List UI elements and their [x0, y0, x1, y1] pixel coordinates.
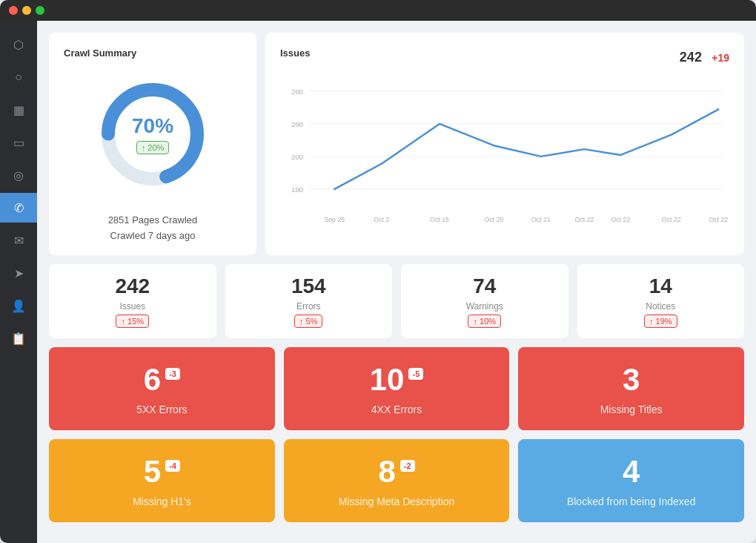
svg-text:Oct 20: Oct 20: [484, 216, 503, 223]
metric-card-meta[interactable]: 8 -2 Missing Meta Description: [284, 439, 510, 522]
sidebar-item-clipboard[interactable]: 📋: [0, 323, 37, 353]
donut-chart: 70% ↑ 20%: [93, 75, 212, 194]
donut-badge: ↑ 20%: [136, 141, 170, 154]
sidebar-item-phone[interactable]: ✆: [0, 193, 37, 223]
4xx-delta: -5: [408, 368, 423, 380]
meta-label: Missing Meta Description: [339, 496, 454, 507]
4xx-label: 4XX Errors: [371, 404, 422, 415]
stat-badge-notices: ↑ 19%: [644, 315, 677, 328]
4xx-number-wrap: 10 -5: [370, 362, 424, 398]
h1-number: 5: [144, 454, 161, 490]
metrics-row-2: 5 -4 Missing H1's 8 -2 Missing Meta Desc…: [49, 439, 744, 522]
sidebar-item-message[interactable]: ▭: [0, 128, 37, 157]
svg-text:200: 200: [291, 88, 304, 96]
clipboard-icon: 📋: [11, 332, 26, 346]
stat-badge-warnings: ↑ 10%: [468, 315, 501, 328]
blocked-number: 4: [623, 454, 640, 490]
svg-text:100: 100: [291, 185, 304, 194]
send-icon: ➤: [14, 266, 24, 280]
close-button[interactable]: [9, 6, 18, 15]
stat-label-errors: Errors: [296, 301, 321, 312]
user-icon: 👤: [11, 299, 26, 313]
issues-header: Issues 242 +19: [280, 47, 729, 68]
h1-label: Missing H1's: [133, 496, 191, 507]
5xx-number: 6: [144, 362, 161, 398]
blocked-number-wrap: 4: [623, 454, 640, 490]
meta-number: 8: [378, 454, 395, 490]
sidebar: ⬡ ○ ▦ ▭ ◎ ✆ ✉ ➤ 👤: [0, 21, 37, 543]
mail-icon: ✉: [14, 234, 24, 248]
metric-card-4xx[interactable]: 10 -5 4XX Errors: [284, 347, 510, 430]
issues-title: Issues: [280, 47, 310, 59]
missing-titles-number: 3: [623, 362, 640, 398]
stat-number-errors: 154: [291, 274, 326, 298]
stat-label-notices: Notices: [646, 301, 675, 312]
metric-card-h1[interactable]: 5 -4 Missing H1's: [49, 439, 275, 522]
target-icon: ◎: [13, 168, 24, 182]
metric-card-5xx[interactable]: 6 -3 5XX Errors: [49, 347, 275, 430]
svg-text:Oct 15: Oct 15: [430, 216, 449, 223]
5xx-label: 5XX Errors: [136, 404, 187, 415]
maximize-button[interactable]: [36, 6, 44, 15]
svg-text:Oct 22: Oct 22: [575, 216, 594, 223]
4xx-number: 10: [370, 362, 405, 398]
search-icon: ○: [15, 70, 22, 84]
chart-icon: ▦: [13, 103, 24, 117]
svg-text:Oct 22: Oct 22: [611, 216, 630, 223]
stats-row: 242 Issues ↑ 15% 154 Errors ↑ 5% 74 Warn…: [49, 264, 744, 338]
stat-badge-issues: ↑ 15%: [116, 315, 149, 328]
svg-text:200: 200: [291, 153, 304, 161]
pages-crawled: 2851 Pages Crawled: [108, 213, 198, 228]
donut-percent: 70%: [132, 114, 173, 138]
sidebar-item-chart[interactable]: ▦: [0, 95, 37, 125]
metric-card-blocked[interactable]: 4 Blocked from being Indexed: [518, 439, 744, 522]
stat-label-issues: Issues: [119, 301, 145, 312]
h1-delta: -4: [165, 460, 180, 472]
meta-number-wrap: 8 -2: [378, 454, 414, 490]
brain-icon: ⬡: [13, 38, 24, 52]
window-frame: ⬡ ○ ▦ ▭ ◎ ✆ ✉ ➤ 👤: [0, 0, 756, 543]
stat-card-issues: 242 Issues ↑ 15%: [49, 264, 216, 338]
sidebar-item-send[interactable]: ➤: [0, 258, 37, 288]
5xx-delta: -3: [165, 368, 180, 380]
missing-titles-label: Missing Titles: [600, 404, 663, 415]
line-chart-svg: 200 200 200 100 Sep 25 Oct 2 Oct 15 Oct …: [280, 75, 729, 231]
metric-card-missing-titles[interactable]: 3 Missing Titles: [518, 347, 744, 430]
blocked-label: Blocked from being Indexed: [567, 496, 696, 507]
svg-text:Oct 21: Oct 21: [531, 216, 551, 223]
sidebar-item-target[interactable]: ◎: [0, 160, 37, 190]
stat-number-notices: 14: [649, 274, 672, 298]
stat-number-warnings: 74: [473, 274, 496, 298]
phone-icon: ✆: [14, 201, 24, 215]
svg-text:Sep 25: Sep 25: [324, 216, 345, 223]
5xx-number-wrap: 6 -3: [144, 362, 180, 398]
stat-card-warnings: 74 Warnings ↑ 10%: [401, 264, 568, 338]
sidebar-item-mail[interactable]: ✉: [0, 226, 37, 255]
traffic-lights: [9, 6, 44, 15]
sidebar-item-user[interactable]: 👤: [0, 291, 37, 320]
meta-delta: -2: [400, 460, 415, 472]
donut-center: 70% ↑ 20%: [132, 114, 173, 154]
title-bar: [0, 0, 756, 21]
svg-text:Oct 22: Oct 22: [662, 216, 681, 223]
crawl-summary-card: Crawl Summary 70% ↑ 20%: [49, 33, 256, 255]
minimize-button[interactable]: [22, 6, 31, 15]
percent-symbol: %: [155, 114, 173, 137]
stat-card-errors: 154 Errors ↑ 5%: [225, 264, 393, 338]
sidebar-item-search[interactable]: ○: [0, 62, 37, 92]
issues-count-display: 242 +19: [680, 50, 729, 65]
main-layout: ⬡ ○ ▦ ▭ ◎ ✆ ✉ ➤ 👤: [0, 21, 756, 543]
svg-text:Oct 2: Oct 2: [374, 216, 389, 223]
sidebar-item-brain[interactable]: ⬡: [0, 30, 37, 59]
stat-number-issues: 242: [115, 274, 150, 298]
h1-number-wrap: 5 -4: [144, 454, 180, 490]
metrics-row-1: 6 -3 5XX Errors 10 -5 4XX Errors 3: [49, 347, 744, 430]
stat-label-warnings: Warnings: [466, 301, 503, 312]
top-row: Crawl Summary 70% ↑ 20%: [49, 33, 744, 255]
issues-chart-card: Issues 242 +19: [265, 33, 744, 255]
stat-card-notices: 14 Notices ↑ 19%: [577, 264, 745, 338]
chart-area: 200 200 200 100 Sep 25 Oct 2 Oct 15 Oct …: [280, 75, 729, 231]
stat-badge-errors: ↑ 5%: [294, 315, 322, 328]
content-area: Crawl Summary 70% ↑ 20%: [37, 21, 756, 543]
svg-text:Oct 22: Oct 22: [709, 216, 728, 223]
